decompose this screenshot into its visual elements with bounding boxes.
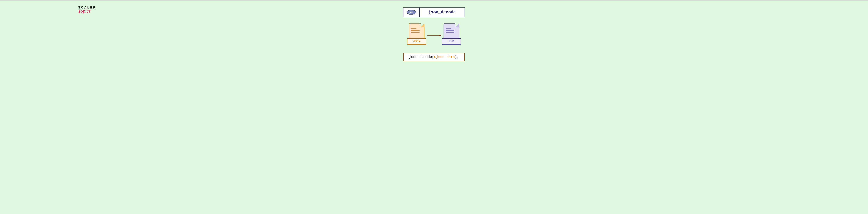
php-badge-container: php (403, 8, 420, 16)
code-function-name: json_decode (409, 55, 432, 59)
code-paren-open: ( (432, 55, 434, 59)
php-file-icon: PHP (442, 24, 461, 48)
php-label: PHP (442, 38, 461, 44)
code-variable: $json_data (434, 55, 455, 59)
function-name-title: json_decode (420, 8, 464, 16)
json-file-icon: JSON (407, 24, 426, 48)
svg-marker-3 (439, 35, 441, 36)
json-label: JSON (407, 38, 426, 44)
php-logo-icon: php (407, 10, 416, 15)
code-paren-close: ); (455, 55, 459, 59)
arrow-icon (427, 32, 441, 39)
code-example-box: json_decode($json_data); (403, 53, 465, 61)
scaler-topics-logo: SCALER Topics (78, 6, 96, 14)
function-header-box: php json_decode (403, 7, 465, 17)
conversion-diagram: JSON PHP (407, 24, 461, 48)
svg-text:php: php (409, 11, 413, 13)
